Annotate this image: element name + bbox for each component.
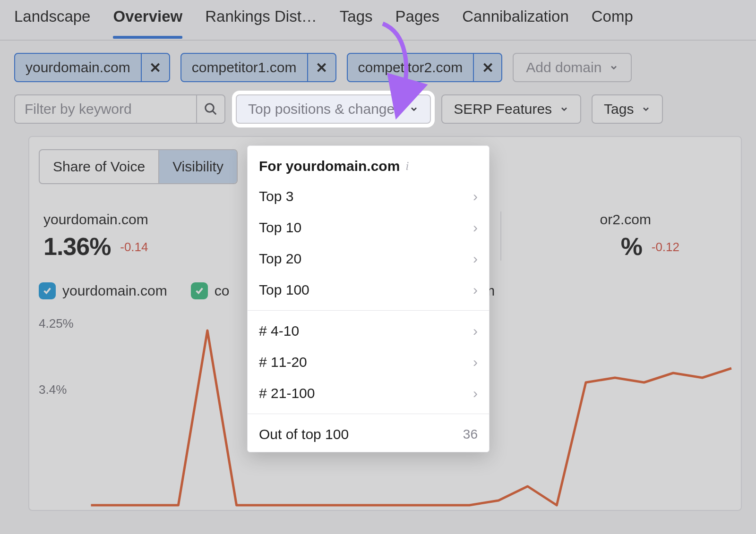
tags-filter-button[interactable]: Tags [592,94,663,124]
stat-value: 1.36% [43,232,111,261]
view-toggle: Share of Voice Visibility [39,149,238,184]
chevron-right-icon: › [473,251,478,267]
tab-tags[interactable]: Tags [340,8,373,37]
domain-chip-row: yourdomain.com ✕ competitor1.com ✕ compe… [0,41,756,88]
tab-pages[interactable]: Pages [395,8,440,37]
dropdown-item-out-of-top-100[interactable]: Out of top 100 36 [248,419,489,450]
y-axis-tick: 3.4% [39,382,67,397]
keyword-filter-input[interactable] [14,94,196,124]
chevron-down-icon [609,63,619,72]
stat-domain: yourdomain.com [43,212,264,228]
stat-block: yourdomain.com 1.36% -0.14 [39,212,270,261]
dropdown-item-top20[interactable]: Top 20 › [248,243,489,274]
dropdown-item-21-100[interactable]: # 21-100 › [248,378,489,409]
search-icon [204,102,218,116]
dropdown-item-top10[interactable]: Top 10 › [248,212,489,243]
domain-chip[interactable]: competitor1.com ✕ [180,53,336,82]
info-icon[interactable]: i [405,159,409,173]
chevron-right-icon: › [473,385,478,401]
filter-label: Top positions & changes [248,101,402,117]
dropdown-heading: For yourdomain.com i [248,146,489,181]
chevron-right-icon: › [473,282,478,298]
stat-block: or2.com % -0.12 [501,212,731,261]
dropdown-item-4-10[interactable]: # 4-10 › [248,315,489,347]
stat-delta: -0.12 [652,240,679,254]
tab-competitors[interactable]: Comp [592,8,633,37]
chevron-down-icon [641,104,651,114]
filter-label: SERP Features [454,101,552,117]
tab-cannibalization[interactable]: Cannibalization [462,8,569,37]
share-of-voice-segment[interactable]: Share of Voice [40,150,158,183]
chevron-right-icon: › [473,188,478,204]
add-domain-button[interactable]: Add domain [513,53,632,82]
legend-item[interactable]: co [191,282,230,299]
dropdown-item-top100[interactable]: Top 100 › [248,274,489,305]
divider [248,310,489,311]
stat-domain: or2.com [506,212,727,228]
top-positions-dropdown: For yourdomain.com i Top 3 › Top 10 › To… [247,145,490,452]
tab-rankings-distribution[interactable]: Rankings Dist… [205,8,317,37]
legend-label: yourdomain.com [62,283,167,299]
tab-landscape[interactable]: Landscape [14,8,90,37]
domain-chip[interactable]: yourdomain.com ✕ [14,53,170,82]
stat-delta: -0.14 [120,240,148,254]
chevron-right-icon: › [473,323,478,339]
chevron-down-icon [559,104,569,114]
top-positions-filter-button[interactable]: Top positions & changes [236,94,431,124]
svg-point-0 [206,104,214,112]
legend-item[interactable]: yourdomain.com [39,282,167,299]
close-icon[interactable]: ✕ [307,54,335,81]
chevron-down-icon [409,104,419,114]
domain-chip-label: yourdomain.com [15,59,141,76]
close-icon[interactable]: ✕ [473,54,501,81]
y-axis-tick: 4.25% [39,316,74,331]
serp-features-filter-button[interactable]: SERP Features [441,94,581,124]
search-button[interactable] [196,94,225,124]
visibility-segment[interactable]: Visibility [158,150,237,183]
domain-chip-label: competitor1.com [181,59,307,76]
tab-overview[interactable]: Overview [113,8,182,37]
dropdown-item-count: 36 [463,427,478,442]
checkbox-checked-icon[interactable] [191,282,208,299]
chevron-right-icon: › [473,220,478,236]
keyword-filter-wrap [14,94,225,124]
svg-line-1 [213,111,216,115]
domain-chip-label: competitor2.com [348,59,473,76]
divider [248,414,489,414]
tabs-bar: Landscape Overview Rankings Dist… Tags P… [0,0,756,41]
filter-row: Top positions & changes SERP Features Ta… [0,88,756,136]
checkbox-checked-icon[interactable] [39,282,56,299]
filter-label: Tags [604,101,634,117]
domain-chip[interactable]: competitor2.com ✕ [347,53,503,82]
dropdown-item-11-20[interactable]: # 11-20 › [248,347,489,378]
legend-label: co [215,283,230,299]
dropdown-item-top3[interactable]: Top 3 › [248,181,489,212]
chevron-right-icon: › [473,354,478,370]
add-domain-label: Add domain [526,59,601,76]
stat-value: % [621,232,642,261]
close-icon[interactable]: ✕ [141,54,169,81]
